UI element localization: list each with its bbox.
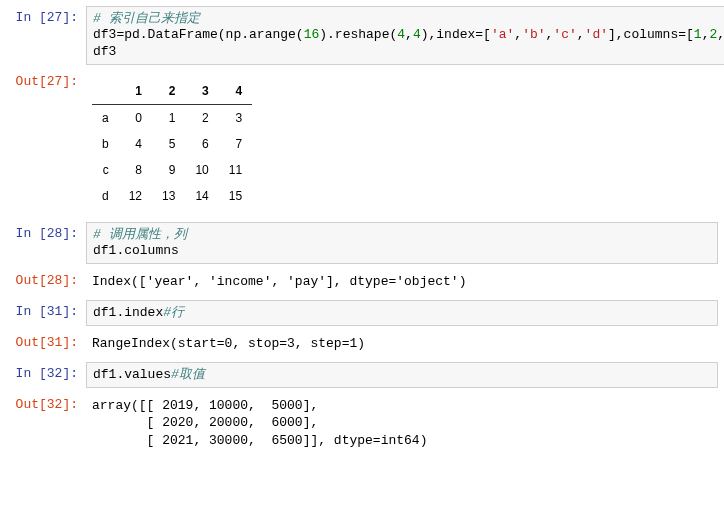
table-cell: 6	[185, 131, 218, 157]
comment-text: # 调用属性，列	[93, 227, 187, 242]
code-text: df3=pd.DataFrame(np.arange(	[93, 27, 304, 42]
code-number: 4	[397, 27, 405, 42]
code-text: df1.columns	[93, 243, 179, 258]
table-col-header: 2	[152, 78, 185, 105]
comment-text: #行	[163, 305, 184, 320]
code-string: 'd'	[585, 27, 608, 42]
output-cell-28: Out[28]: Index(['year', 'income', 'pay']…	[6, 269, 718, 295]
table-cell: 9	[152, 157, 185, 183]
out-prompt-31: Out[31]:	[6, 331, 86, 357]
in-prompt-28: In [28]:	[6, 222, 86, 265]
code-text: ,	[717, 27, 724, 42]
code-input-28[interactable]: # 调用属性，列 df1.columns	[86, 222, 718, 265]
table-row: b 4 5 6 7	[92, 131, 252, 157]
table-cell: 10	[185, 157, 218, 183]
table-row-header: c	[92, 157, 119, 183]
table-cell: 1	[152, 104, 185, 131]
table-cell: 3	[219, 104, 252, 131]
code-input-27[interactable]: # 索引自己来指定 df3=pd.DataFrame(np.arange(16)…	[86, 6, 724, 65]
code-number: 4	[413, 27, 421, 42]
output-area-28: Index(['year', 'income', 'pay'], dtype='…	[86, 269, 718, 295]
table-row: a 0 1 2 3	[92, 104, 252, 131]
code-text: ).reshape(	[319, 27, 397, 42]
table-cell: 11	[219, 157, 252, 183]
code-string: 'b'	[522, 27, 545, 42]
in-prompt-31: In [31]:	[6, 300, 86, 326]
code-text: ),index=[	[421, 27, 491, 42]
code-text: ,	[514, 27, 522, 42]
output-text: Index(['year', 'income', 'pay'], dtype='…	[92, 273, 712, 291]
code-number: 16	[304, 27, 320, 42]
table-row-header: d	[92, 183, 119, 209]
output-text: array([[ 2019, 10000, 5000], [ 2020, 200…	[92, 397, 712, 450]
out-prompt-28: Out[28]:	[6, 269, 86, 295]
output-area-32: array([[ 2019, 10000, 5000], [ 2020, 200…	[86, 393, 718, 454]
output-cell-31: Out[31]: RangeIndex(start=0, stop=3, ste…	[6, 331, 718, 357]
code-string: 'a'	[491, 27, 514, 42]
table-row-header: b	[92, 131, 119, 157]
table-cell: 13	[152, 183, 185, 209]
table-cell: 8	[119, 157, 152, 183]
table-cell: 5	[152, 131, 185, 157]
code-text: df1.values	[93, 367, 171, 382]
code-text: ,	[405, 27, 413, 42]
table-cell: 0	[119, 104, 152, 131]
table-cell: 2	[185, 104, 218, 131]
table-cell: 4	[119, 131, 152, 157]
code-cell-27: In [27]: # 索引自己来指定 df3=pd.DataFrame(np.a…	[6, 6, 718, 65]
code-text: ,	[577, 27, 585, 42]
table-row-header: a	[92, 104, 119, 131]
code-cell-28: In [28]: # 调用属性，列 df1.columns	[6, 222, 718, 265]
code-text: df3	[93, 44, 116, 59]
code-text: ],columns=[	[608, 27, 694, 42]
output-area-27: 1 2 3 4 a 0 1 2 3 b 4 5 6	[86, 70, 718, 217]
code-input-32[interactable]: df1.values#取值	[86, 362, 718, 388]
comment-text: #取值	[171, 367, 205, 382]
output-text: RangeIndex(start=0, stop=3, step=1)	[92, 335, 712, 353]
table-cell: 12	[119, 183, 152, 209]
in-prompt-32: In [32]:	[6, 362, 86, 388]
code-input-31[interactable]: df1.index#行	[86, 300, 718, 326]
in-prompt-27: In [27]:	[6, 6, 86, 65]
table-row: d 12 13 14 15	[92, 183, 252, 209]
output-cell-32: Out[32]: array([[ 2019, 10000, 5000], [ …	[6, 393, 718, 454]
table-cell: 7	[219, 131, 252, 157]
code-text: df1.index	[93, 305, 163, 320]
out-prompt-32: Out[32]:	[6, 393, 86, 454]
output-cell-27: Out[27]: 1 2 3 4 a 0 1 2 3	[6, 70, 718, 217]
table-row: c 8 9 10 11	[92, 157, 252, 183]
table-cell: 14	[185, 183, 218, 209]
table-col-header: 4	[219, 78, 252, 105]
code-cell-32: In [32]: df1.values#取值	[6, 362, 718, 388]
dataframe-table: 1 2 3 4 a 0 1 2 3 b 4 5 6	[92, 78, 252, 209]
code-number: 1	[694, 27, 702, 42]
out-prompt-27: Out[27]:	[6, 70, 86, 217]
code-cell-31: In [31]: df1.index#行	[6, 300, 718, 326]
comment-text: # 索引自己来指定	[93, 11, 200, 26]
table-cell: 15	[219, 183, 252, 209]
table-col-header: 3	[185, 78, 218, 105]
table-corner	[92, 78, 119, 105]
code-string: 'c'	[553, 27, 576, 42]
table-col-header: 1	[119, 78, 152, 105]
output-area-31: RangeIndex(start=0, stop=3, step=1)	[86, 331, 718, 357]
